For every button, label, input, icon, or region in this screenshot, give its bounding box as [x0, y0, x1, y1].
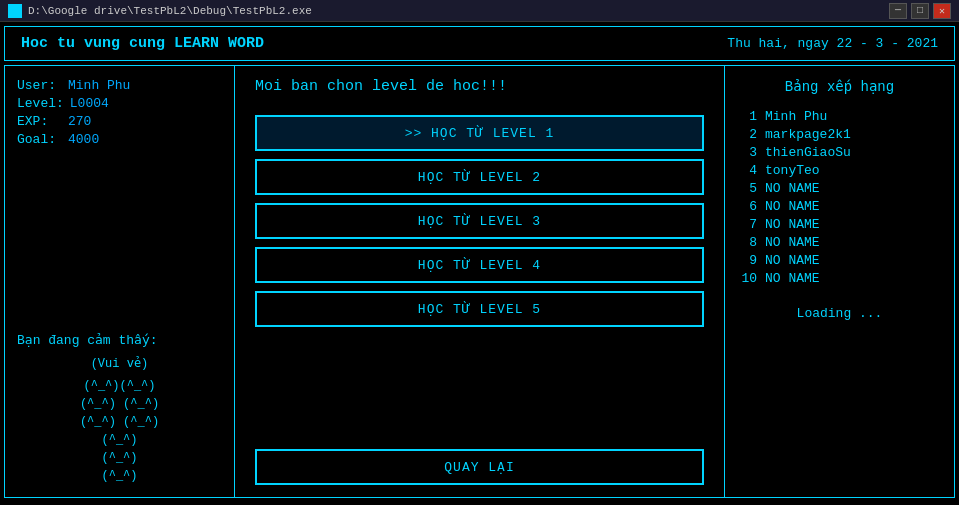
ascii-line: (^_^)(^_^)	[17, 377, 222, 395]
ranking-item: 5NO NAME	[737, 181, 942, 196]
rank-number: 5	[737, 181, 757, 196]
app-icon	[8, 4, 22, 18]
user-label: User:	[17, 78, 62, 93]
app-date: Thu hai, ngay 22 - 3 - 2021	[727, 36, 938, 51]
left-panel: User: Minh Phu Level: L0004 EXP: 270 Goa…	[4, 65, 234, 498]
rank-name: NO NAME	[765, 235, 820, 250]
ranking-item: 9NO NAME	[737, 253, 942, 268]
ranking-item: 8NO NAME	[737, 235, 942, 250]
rank-name: NO NAME	[765, 217, 820, 232]
goal-row: Goal: 4000	[17, 132, 222, 147]
rank-number: 9	[737, 253, 757, 268]
ascii-line: (^_^) (^_^)	[17, 413, 222, 431]
user-value: Minh Phu	[68, 78, 130, 93]
right-panel: Bảng xếp hạng 1Minh Phu2markpage2k13thie…	[725, 65, 955, 498]
ascii-line: (^_^)	[17, 431, 222, 449]
ranking-item: 2markpage2k1	[737, 127, 942, 142]
goal-label: Goal:	[17, 132, 62, 147]
ranking-item: 10NO NAME	[737, 271, 942, 286]
rank-name: Minh Phu	[765, 109, 827, 124]
rank-number: 8	[737, 235, 757, 250]
center-panel: Moi ban chon level de hoc!!! >> HỌC TỪ L…	[234, 65, 725, 498]
ascii-art: (^_^)(^_^)(^_^) (^_^)(^_^) (^_^) (^_^) (…	[17, 377, 222, 485]
level-button-4[interactable]: HỌC TỪ LEVEL 4	[255, 247, 704, 283]
rank-name: tonyTeo	[765, 163, 820, 178]
rank-number: 1	[737, 109, 757, 124]
goal-value: 4000	[68, 132, 99, 147]
level-value: L0004	[70, 96, 109, 111]
rank-number: 6	[737, 199, 757, 214]
rank-name: NO NAME	[765, 181, 820, 196]
ranking-item: 3thienGiaoSu	[737, 145, 942, 160]
level-button-1[interactable]: >> HỌC TỪ LEVEL 1	[255, 115, 704, 151]
rank-number: 2	[737, 127, 757, 142]
user-row: User: Minh Phu	[17, 78, 222, 93]
rank-number: 7	[737, 217, 757, 232]
titlebar-title: D:\Google drive\TestPbL2\Debug\TestPbL2.…	[28, 5, 312, 17]
exp-row: EXP: 270	[17, 114, 222, 129]
rank-name: NO NAME	[765, 253, 820, 268]
level-button-3[interactable]: HỌC TỪ LEVEL 3	[255, 203, 704, 239]
level-button-5[interactable]: HỌC TỪ LEVEL 5	[255, 291, 704, 327]
close-button[interactable]: ✕	[933, 3, 951, 19]
ranking-item: 6NO NAME	[737, 199, 942, 214]
level-row: Level: L0004	[17, 96, 222, 111]
exp-label: EXP:	[17, 114, 62, 129]
app-title: Hoc tu vung cung LEARN WORD	[21, 35, 264, 52]
back-button[interactable]: QUAY LẠI	[255, 449, 704, 485]
rank-name: markpage2k1	[765, 127, 851, 142]
rank-number: 10	[737, 271, 757, 286]
minimize-button[interactable]: ─	[889, 3, 907, 19]
titlebar-left: D:\Google drive\TestPbL2\Debug\TestPbL2.…	[8, 4, 312, 18]
ascii-line: (^_^)	[17, 449, 222, 467]
rank-name: NO NAME	[765, 199, 820, 214]
rank-name: NO NAME	[765, 271, 820, 286]
ranking-item: 1Minh Phu	[737, 109, 942, 124]
user-info: User: Minh Phu Level: L0004 EXP: 270 Goa…	[17, 78, 222, 150]
loading-text: Loading ...	[737, 306, 942, 321]
exp-value: 270	[68, 114, 91, 129]
ranking-list: 1Minh Phu2markpage2k13thienGiaoSu4tonyTe…	[737, 109, 942, 286]
rank-number: 3	[737, 145, 757, 160]
ranking-title: Bảng xếp hạng	[737, 78, 942, 95]
feeling-title: Bạn đang cảm thấy:	[17, 332, 222, 348]
level-button-2[interactable]: HỌC TỪ LEVEL 2	[255, 159, 704, 195]
feeling-section: Bạn đang cảm thấy: (Vui vẻ) (^_^)(^_^)(^…	[17, 332, 222, 485]
level-buttons: >> HỌC TỪ LEVEL 1HỌC TỪ LEVEL 2HỌC TỪ LE…	[255, 115, 704, 445]
titlebar-controls: ─ □ ✕	[889, 3, 951, 19]
main-layout: User: Minh Phu Level: L0004 EXP: 270 Goa…	[4, 65, 955, 498]
level-label: Level:	[17, 96, 64, 111]
ranking-item: 7NO NAME	[737, 217, 942, 232]
ranking-item: 4tonyTeo	[737, 163, 942, 178]
feeling-sub: (Vui vẻ)	[17, 356, 222, 371]
maximize-button[interactable]: □	[911, 3, 929, 19]
rank-number: 4	[737, 163, 757, 178]
ascii-line: (^_^) (^_^)	[17, 395, 222, 413]
app-header: Hoc tu vung cung LEARN WORD Thu hai, nga…	[4, 26, 955, 61]
titlebar: D:\Google drive\TestPbL2\Debug\TestPbL2.…	[0, 0, 959, 22]
ascii-line: (^_^)	[17, 467, 222, 485]
rank-name: thienGiaoSu	[765, 145, 851, 160]
center-prompt: Moi ban chon level de hoc!!!	[255, 78, 704, 95]
